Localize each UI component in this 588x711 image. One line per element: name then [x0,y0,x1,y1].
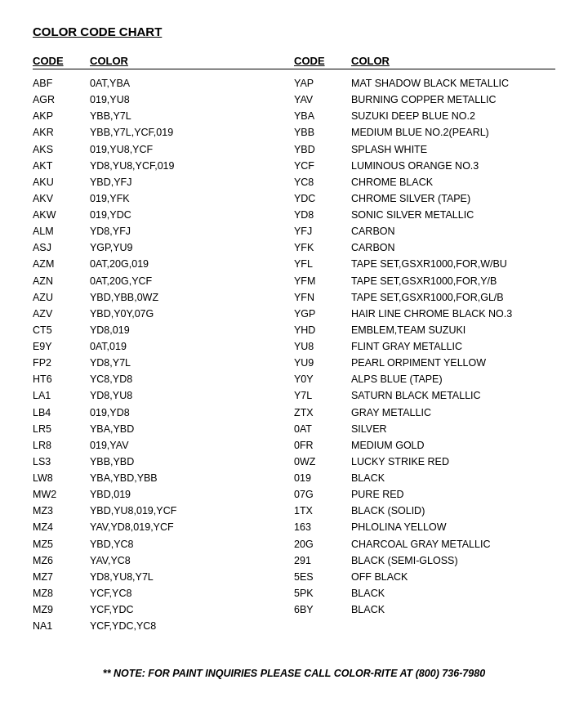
right-table-row: YHD EMBLEM,TEAM SUZUKI [294,323,555,338]
left-code-cell: MZ6 [33,553,90,568]
right-header-row: CODE COLOR [294,55,555,69]
right-color-cell: MEDIUM BLUE NO.2(PEARL) [351,125,555,140]
right-code-cell: YU9 [294,356,351,370]
right-color-cell: BLACK (SEMI-GLOSS) [351,553,555,568]
right-table-row: Y7L SATURN BLACK METALLIC [294,388,555,403]
right-color-cell: CARBON [351,240,555,255]
right-color-cell: CHARCOAL GRAY METALLIC [351,537,555,552]
left-table-row: LR5 YBA,YBD [33,422,294,436]
right-color-cell: LUCKY STRIKE RED [351,454,555,469]
right-table-row: 163 PHLOLINA YELLOW [294,520,555,534]
right-table-row: YBB MEDIUM BLUE NO.2(PEARL) [294,125,555,140]
right-color-cell: HAIR LINE CHROME BLACK NO.3 [351,306,555,321]
left-code-cell: ABF [33,76,90,91]
left-table-row: NA1 YCF,YDC,YC8 [33,619,294,633]
right-color-cell: TAPE SET,GSXR1000,FOR,W/BU [351,257,555,271]
right-code-cell: YFM [294,274,351,288]
right-color-cell: SATURN BLACK METALLIC [351,388,555,403]
right-code-cell: Y7L [294,388,351,403]
left-table-row: MZ4 YAV,YD8,019,YCF [33,520,294,534]
right-color-cell: TAPE SET,GSXR1000,FOR,GL/B [351,290,555,305]
left-table-row: E9Y 0AT,019 [33,339,294,354]
left-color-cell: 019,YDC [90,208,294,222]
left-table-row: MZ8 YCF,YC8 [33,586,294,601]
right-table-row: YFJ CARBON [294,224,555,239]
left-color-cell: YAV,YD8,019,YCF [90,520,294,534]
left-color-cell: YCF,YDC [90,602,294,617]
left-code-cell: MZ9 [33,602,90,617]
right-color-cell: PURE RED [351,487,555,502]
left-table-row: AKR YBB,Y7L,YCF,019 [33,125,294,140]
left-code-cell: HT6 [33,372,90,387]
left-table-row: FP2 YD8,Y7L [33,356,294,370]
left-color-header: COLOR [90,55,294,67]
left-code-cell: MZ4 [33,520,90,534]
left-color-cell: YD8,YFJ [90,224,294,239]
left-table-row: AKT YD8,YU8,YCF,019 [33,159,294,173]
left-code-cell: LW8 [33,471,90,485]
left-table-row: LW8 YBA,YBD,YBB [33,471,294,485]
right-color-cell: BURNING COPPER METALLIC [351,92,555,107]
left-code-cell: ASJ [33,240,90,255]
left-table-row: LA1 YD8,YU8 [33,388,294,403]
left-code-cell: MZ3 [33,503,90,518]
right-code-cell: 1TX [294,503,351,518]
left-color-cell: 0AT,20G,019 [90,257,294,271]
left-color-cell: 0AT,YBA [90,76,294,91]
right-table-row: 0AT SILVER [294,422,555,436]
left-color-cell: 019,YFK [90,191,294,206]
left-color-cell: 019,YD8 [90,405,294,420]
right-code-cell: YBA [294,109,351,123]
right-code-cell: 0WZ [294,454,351,469]
left-code-cell: MZ8 [33,586,90,601]
right-code-cell: YBD [294,142,351,157]
right-color-cell: SILVER [351,422,555,436]
right-table-row: YFN TAPE SET,GSXR1000,FOR,GL/B [294,290,555,305]
left-table-row: AKP YBB,Y7L [33,109,294,123]
left-table-row: AZN 0AT,20G,YCF [33,274,294,288]
left-table-row: MZ5 YBD,YC8 [33,537,294,552]
left-color-cell: YBD,YU8,019,YCF [90,503,294,518]
left-table-row: AGR 019,YU8 [33,92,294,107]
right-code-cell: YFJ [294,224,351,239]
left-color-cell: 019,YU8,YCF [90,142,294,157]
left-color-cell: YD8,YU8,Y7L [90,570,294,584]
left-table-row: MW2 YBD,019 [33,487,294,502]
left-rows: ABF 0AT,YBA AGR 019,YU8 AKP YBB,Y7L AKR … [33,76,294,633]
right-code-cell: YFK [294,240,351,255]
left-color-cell: YCF,YDC,YC8 [90,619,294,633]
right-color-cell: PEARL ORPIMENT YELLOW [351,356,555,370]
left-color-cell: YBB,YBD [90,454,294,469]
left-code-cell: AZU [33,290,90,305]
left-code-cell: CT5 [33,323,90,338]
right-color-cell: CHROME SILVER (TAPE) [351,191,555,206]
left-table-row: AKV 019,YFK [33,191,294,206]
left-color-cell: YBA,YBD [90,422,294,436]
right-table-row: YC8 CHROME BLACK [294,175,555,190]
right-color-cell: FLINT GRAY METALLIC [351,339,555,354]
right-table-row: YGP HAIR LINE CHROME BLACK NO.3 [294,306,555,321]
left-code-cell: AKP [33,109,90,123]
left-column: CODE COLOR ABF 0AT,YBA AGR 019,YU8 AKP Y… [33,55,294,635]
right-table-row: YD8 SONIC SILVER METALLIC [294,208,555,222]
left-color-cell: YGP,YU9 [90,240,294,255]
right-table-row: 5PK BLACK [294,586,555,601]
right-code-cell: YGP [294,306,351,321]
right-code-cell: 019 [294,471,351,485]
left-code-cell: E9Y [33,339,90,354]
right-code-cell: YFL [294,257,351,271]
right-color-cell: TAPE SET,GSXR1000,FOR,Y/B [351,274,555,288]
left-code-cell: MZ5 [33,537,90,552]
right-table-row: YU9 PEARL ORPIMENT YELLOW [294,356,555,370]
left-color-cell: 0AT,019 [90,339,294,354]
left-table-row: ALM YD8,YFJ [33,224,294,239]
left-color-cell: 0AT,20G,YCF [90,274,294,288]
left-table-row: MZ7 YD8,YU8,Y7L [33,570,294,584]
right-color-cell: BLACK [351,586,555,601]
right-code-cell: YHD [294,323,351,338]
left-code-cell: MZ7 [33,570,90,584]
left-header-row: CODE COLOR [33,55,294,69]
right-table-row: YU8 FLINT GRAY METALLIC [294,339,555,354]
left-table-row: AKW 019,YDC [33,208,294,222]
right-code-cell: 0FR [294,438,351,453]
